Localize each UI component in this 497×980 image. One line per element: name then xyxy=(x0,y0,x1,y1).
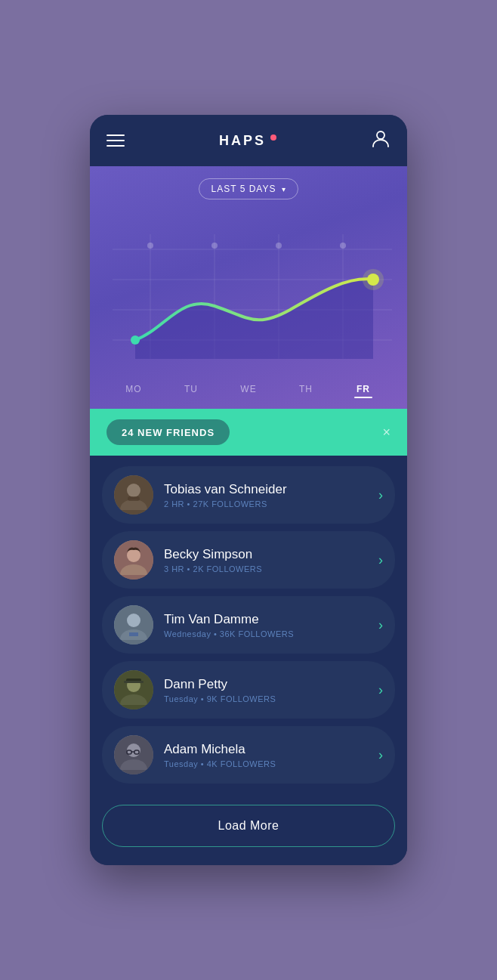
close-icon[interactable]: × xyxy=(382,425,390,441)
avatar xyxy=(114,540,153,580)
list-item[interactable]: Adam Michela Tuesday • 4K FOLLOWERS › xyxy=(102,726,395,784)
day-fr[interactable]: FR xyxy=(335,384,392,398)
logo-dot xyxy=(270,134,276,141)
day-we: WE xyxy=(220,384,277,398)
friend-name: Dann Petty xyxy=(164,677,368,692)
chart-area: LAST 5 DAYS ▾ xyxy=(90,166,407,409)
friends-count-text: 24 NEW FRIENDS xyxy=(122,427,215,438)
svg-rect-23 xyxy=(129,632,138,636)
friend-name: Tobias van Schneider xyxy=(164,482,368,497)
friend-meta: Wednesday • 36K FOLLOWERS xyxy=(164,629,368,638)
friends-banner: 24 NEW FRIENDS × xyxy=(90,409,407,456)
friend-info: Adam Michela Tuesday • 4K FOLLOWERS xyxy=(164,742,368,768)
chevron-right-icon: › xyxy=(378,617,383,633)
avatar xyxy=(114,735,153,774)
friend-info: Becky Simpson 3 HR • 2K FOLLOWERS xyxy=(164,547,368,573)
svg-point-12 xyxy=(340,243,346,249)
list-item[interactable]: Becky Simpson 3 HR • 2K FOLLOWERS › xyxy=(102,531,395,589)
friend-name: Adam Michela xyxy=(164,742,368,757)
chevron-right-icon: › xyxy=(378,487,383,503)
friend-meta: Tuesday • 9K FOLLOWERS xyxy=(164,694,368,703)
svg-point-0 xyxy=(377,131,384,139)
list-item[interactable]: Tobias van Schneider 2 HR • 27K FOLLOWER… xyxy=(102,466,395,524)
chevron-right-icon: › xyxy=(378,747,383,763)
chevron-right-icon: › xyxy=(378,682,383,698)
svg-point-11 xyxy=(276,243,282,249)
chevron-down-icon: ▾ xyxy=(282,185,286,193)
chart-svg-container xyxy=(90,212,407,378)
day-tu: TU xyxy=(162,384,220,398)
filter-pill[interactable]: LAST 5 DAYS ▾ xyxy=(199,178,299,199)
svg-rect-27 xyxy=(124,681,144,683)
chevron-right-icon: › xyxy=(378,552,383,568)
logo-area: HAPS xyxy=(219,133,276,149)
list-item[interactable]: Dann Petty Tuesday • 9K FOLLOWERS › xyxy=(102,661,395,719)
list-item[interactable]: Tim Van Damme Wednesday • 36K FOLLOWERS … xyxy=(102,596,395,654)
friend-info: Tim Van Damme Wednesday • 36K FOLLOWERS xyxy=(164,612,368,638)
svg-point-9 xyxy=(147,243,153,249)
active-day-underline xyxy=(354,397,372,398)
friends-list: Tobias van Schneider 2 HR • 27K FOLLOWER… xyxy=(90,456,407,799)
svg-point-15 xyxy=(367,274,379,286)
friend-meta: Tuesday • 4K FOLLOWERS xyxy=(164,759,368,768)
svg-rect-18 xyxy=(128,496,140,501)
load-more-button[interactable]: Load More xyxy=(102,805,395,847)
friend-info: Dann Petty Tuesday • 9K FOLLOWERS xyxy=(164,677,368,703)
avatar xyxy=(114,475,153,515)
friend-name: Becky Simpson xyxy=(164,547,368,562)
logo-text: HAPS xyxy=(219,133,266,149)
svg-point-13 xyxy=(131,335,140,345)
user-profile-icon[interactable] xyxy=(371,128,390,153)
avatar xyxy=(114,670,153,709)
day-labels: MO TU WE TH FR xyxy=(90,378,407,409)
day-th: TH xyxy=(277,384,335,398)
svg-point-22 xyxy=(127,614,140,627)
header: HAPS xyxy=(90,115,407,166)
friend-meta: 2 HR • 27K FOLLOWERS xyxy=(164,499,368,509)
friends-count-pill[interactable]: 24 NEW FRIENDS xyxy=(106,419,230,445)
day-mo: MO xyxy=(105,384,162,398)
avatar xyxy=(114,605,153,645)
hamburger-menu[interactable] xyxy=(106,134,125,147)
load-more-label: Load More xyxy=(218,819,279,832)
svg-point-10 xyxy=(211,243,218,249)
phone-container: HAPS LAST 5 DAYS ▾ xyxy=(90,115,407,865)
load-more-container: Load More xyxy=(90,799,407,865)
svg-point-20 xyxy=(127,549,140,562)
friend-meta: 3 HR • 2K FOLLOWERS xyxy=(164,564,368,573)
friend-name: Tim Van Damme xyxy=(164,612,368,627)
friend-info: Tobias van Schneider 2 HR • 27K FOLLOWER… xyxy=(164,482,368,509)
filter-label: LAST 5 DAYS xyxy=(211,184,276,194)
svg-point-17 xyxy=(127,484,140,497)
